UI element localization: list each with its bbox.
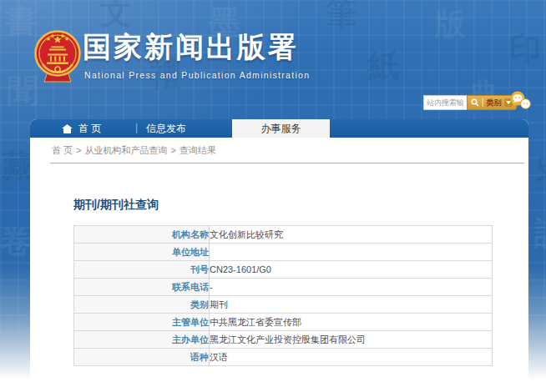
search-category-label[interactable]: 类别 bbox=[487, 98, 502, 108]
wechat-icon[interactable] bbox=[509, 91, 532, 113]
row-value: 黑龙江文化产业投资控股集团有限公司 bbox=[210, 331, 493, 349]
row-value: 文化创新比较研究 bbox=[210, 226, 493, 244]
row-label: 主办单位 bbox=[74, 331, 210, 349]
site-search: | 类别 bbox=[423, 95, 517, 110]
table-row: 主办单位 黑龙江文化产业投资控股集团有限公司 bbox=[74, 331, 493, 349]
table-row: 语种 汉语 bbox=[74, 349, 493, 366]
row-label: 刊号 bbox=[74, 261, 210, 279]
row-value bbox=[210, 244, 493, 261]
nav-home-label: 首 页 bbox=[78, 122, 101, 136]
table-row: 刊号 CN23-1601/G0 bbox=[74, 261, 493, 279]
row-value: - bbox=[210, 279, 493, 296]
row-value: 中共黑龙江省委宣传部 bbox=[210, 314, 493, 331]
nav-item-services[interactable]: 办事服务 bbox=[232, 119, 330, 138]
breadcrumb-query[interactable]: 从业机构和产品查询 bbox=[85, 145, 168, 155]
row-label: 主管单位 bbox=[74, 314, 210, 331]
main-container: 首 页 | 信息发布 办事服务 首 页>从业机构和产品查询>查询结果 期刊/期刊… bbox=[30, 119, 528, 392]
site-subtitle: National Press and Publication Administr… bbox=[84, 70, 310, 80]
table-row: 主管单位 中共黑龙江省委宣传部 bbox=[74, 314, 493, 331]
nav-item-info-release[interactable]: 信息发布 bbox=[146, 119, 186, 138]
breadcrumb-separator: > bbox=[76, 145, 81, 155]
table-row: 单位地址 bbox=[74, 244, 493, 261]
search-input[interactable] bbox=[423, 95, 467, 110]
table-row: 类别 期刊 bbox=[74, 296, 493, 314]
search-divider: | bbox=[482, 98, 484, 107]
breadcrumb-separator: > bbox=[171, 145, 176, 155]
row-label: 单位地址 bbox=[74, 244, 210, 261]
table-row: 机构名称 文化创新比较研究 bbox=[74, 226, 493, 244]
main-navigation: 首 页 | 信息发布 办事服务 bbox=[30, 119, 528, 138]
breadcrumb: 首 页>从业机构和产品查询>查询结果 bbox=[50, 138, 524, 163]
site-title: 国家新闻出版署 bbox=[83, 28, 299, 67]
home-icon bbox=[62, 124, 73, 133]
row-value: 期刊 bbox=[210, 296, 493, 314]
row-value: 汉语 bbox=[210, 349, 493, 366]
row-label: 联系电话 bbox=[74, 279, 210, 296]
nav-home[interactable]: 首 页 bbox=[62, 119, 101, 138]
breadcrumb-home[interactable]: 首 页 bbox=[52, 145, 73, 155]
row-label: 语种 bbox=[74, 349, 210, 366]
national-emblem bbox=[33, 28, 82, 92]
breadcrumb-current: 查询结果 bbox=[179, 145, 216, 155]
table-row: 联系电话 - bbox=[74, 279, 493, 296]
row-label: 类别 bbox=[74, 296, 210, 314]
search-icon bbox=[471, 98, 479, 107]
row-label: 机构名称 bbox=[74, 226, 210, 244]
query-result-table: 机构名称 文化创新比较研究 单位地址 刊号 CN23-1601/G0 联系电话 … bbox=[73, 225, 493, 366]
page-title: 期刊/期刊社查询 bbox=[73, 198, 528, 213]
row-value: CN23-1601/G0 bbox=[210, 261, 493, 279]
nav-separator: | bbox=[135, 122, 138, 133]
